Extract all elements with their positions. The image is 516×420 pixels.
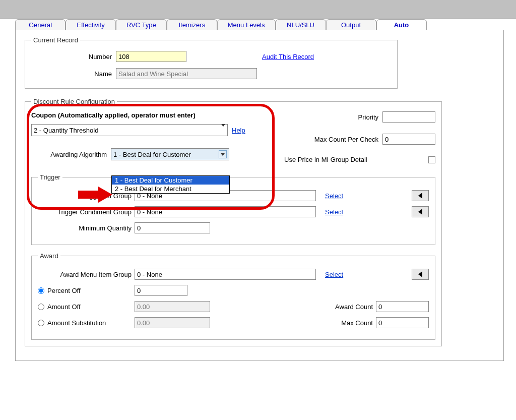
chevron-down-icon xyxy=(221,127,225,134)
number-label: Number xyxy=(31,53,112,61)
trigger-cond-select-link[interactable]: Select xyxy=(325,208,343,216)
name-input xyxy=(116,68,257,79)
name-label: Name xyxy=(31,70,112,78)
algorithm-option-merchant[interactable]: 2 - Best Deal for Merchant xyxy=(112,185,229,193)
rule-type-value: 2 - Quantity Threshold xyxy=(34,127,98,134)
priority-label: Priority xyxy=(284,113,378,121)
chevron-down-icon xyxy=(219,150,227,158)
trigger-cond-group-label: Trigger Condiment Group xyxy=(38,208,132,216)
amount-off-label: Amount Off xyxy=(47,303,81,311)
current-record-fieldset: Current Record Number Audit This Record … xyxy=(25,36,398,89)
trigger-legend: Trigger xyxy=(38,173,62,181)
award-mi-prev-button[interactable] xyxy=(412,269,429,280)
current-record-legend: Current Record xyxy=(31,36,80,44)
algorithm-value: 1 - Best Deal for Customer xyxy=(113,151,191,158)
max-count-check-label: Max Count Per Check xyxy=(284,136,378,143)
algorithm-label: Awarding Algorithm xyxy=(31,151,107,158)
award-mi-group-input[interactable] xyxy=(135,269,316,280)
amount-off-radio[interactable] xyxy=(38,304,44,310)
tab-auto[interactable]: Auto xyxy=(376,19,427,30)
award-mi-group-label: Award Menu Item Group xyxy=(38,271,132,278)
max-count-label: Max Count xyxy=(341,319,373,327)
algorithm-combo[interactable]: 1 - Best Deal for Customer xyxy=(111,148,229,160)
triangle-left-icon xyxy=(418,209,422,215)
min-quantity-label: Minimum Quantity xyxy=(38,224,132,232)
award-mi-select-link[interactable]: Select xyxy=(325,271,343,278)
tab-rvc-type[interactable]: RVC Type xyxy=(116,19,167,30)
amount-sub-label: Amount Substitution xyxy=(47,319,106,327)
amount-sub-input xyxy=(135,317,210,328)
rule-headline: Coupon (Automatically applied, operator … xyxy=(31,111,264,119)
tab-nlu-slu[interactable]: NLU/SLU xyxy=(276,19,326,30)
tab-general[interactable]: General xyxy=(15,19,66,30)
percent-off-radio[interactable] xyxy=(38,287,44,294)
tab-panel-auto: Current Record Number Audit This Record … xyxy=(15,30,504,361)
number-input[interactable] xyxy=(116,51,186,62)
trigger-cond-prev-button[interactable] xyxy=(412,206,429,217)
amount-off-input xyxy=(135,301,210,312)
tab-bar: General Effectivity RVC Type Itemizers M… xyxy=(0,19,516,30)
percent-off-label: Percent Off xyxy=(47,287,81,294)
rule-type-combo[interactable]: 2 - Quantity Threshold xyxy=(31,124,228,136)
award-count-label: Award Count xyxy=(335,303,373,311)
tab-output[interactable]: Output xyxy=(326,19,376,30)
triangle-left-icon xyxy=(418,193,422,199)
discount-rule-legend: Discount Rule Configuration xyxy=(31,98,117,105)
award-legend: Award xyxy=(38,252,60,260)
trigger-mi-select-link[interactable]: Select xyxy=(325,192,343,200)
tab-effectivity[interactable]: Effectivity xyxy=(66,19,116,30)
trigger-fieldset: Trigger Trigger MI Group Select Trigger … xyxy=(31,173,435,245)
trigger-cond-group-input[interactable] xyxy=(135,206,316,217)
award-fieldset: Award Award Menu Item Group Select Perce… xyxy=(31,252,435,340)
min-quantity-input[interactable] xyxy=(135,222,210,233)
triangle-left-icon xyxy=(418,271,422,277)
use-price-label: Use Price in MI Group Detail xyxy=(284,156,424,163)
amount-sub-radio[interactable] xyxy=(38,320,44,326)
max-count-check-input[interactable] xyxy=(382,134,435,145)
help-link[interactable]: Help xyxy=(232,127,245,134)
discount-rule-fieldset: Discount Rule Configuration Coupon (Auto… xyxy=(25,98,442,346)
toolbar-placeholder xyxy=(0,0,516,19)
max-count-input[interactable] xyxy=(376,317,429,328)
use-price-checkbox[interactable] xyxy=(428,156,435,163)
priority-input[interactable] xyxy=(382,111,435,123)
audit-link[interactable]: Audit This Record xyxy=(262,53,314,61)
tab-itemizers[interactable]: Itemizers xyxy=(167,19,217,30)
award-count-input[interactable] xyxy=(376,301,429,312)
tab-menu-levels[interactable]: Menu Levels xyxy=(217,19,276,30)
algorithm-option-customer[interactable]: 1 - Best Deal for Customer xyxy=(112,176,229,185)
algorithm-dropdown[interactable]: 1 - Best Deal for Customer 2 - Best Deal… xyxy=(111,175,230,194)
trigger-mi-prev-button[interactable] xyxy=(412,190,429,201)
percent-off-input[interactable] xyxy=(135,285,187,296)
